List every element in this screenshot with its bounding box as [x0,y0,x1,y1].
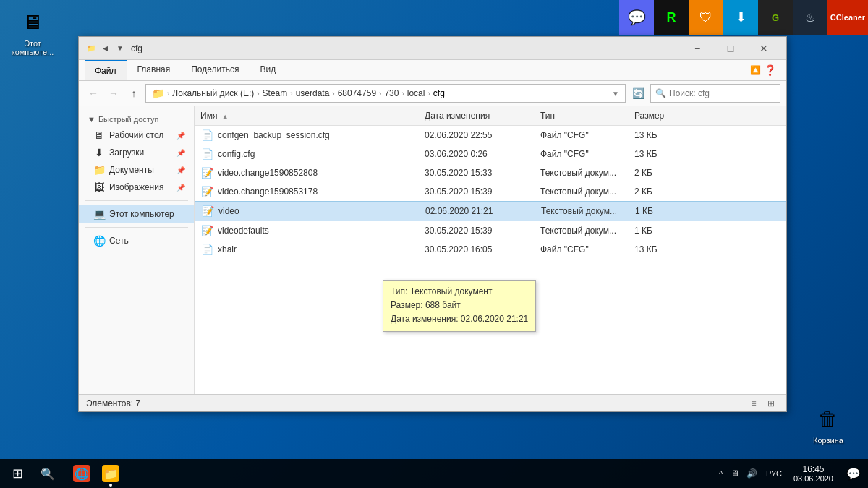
file-type-0: Файл "CFG" [535,129,629,142]
taskbar-search-button[interactable]: 🔍 [35,459,61,488]
sidebar-item-this-pc[interactable]: 💻 Этот компьютер [79,205,194,223]
details-view-button[interactable]: ≡ [746,397,762,410]
sidebar-item-pictures[interactable]: 🖼 Изображения 📌 [79,179,194,196]
sidebar-item-network[interactable]: 🌐 Сеть [79,232,194,249]
this-pc-section: 💻 Этот компьютер [79,205,194,223]
desktop-icon-computer[interactable]: 🖥 Этот компьюте... [7,7,58,56]
address-path[interactable]: 📁 › Локальный диск (E:) › Steam › userda… [145,84,626,103]
back-button[interactable]: ← [85,85,102,102]
file-row-1[interactable]: 📄 config.cfg 03.06.2020 0:26 Файл "CFG" … [195,145,786,163]
recycle-bin-icon[interactable]: 🗑 Корзина [803,404,854,445]
taskbar-explorer[interactable]: 📁 [96,459,125,488]
file-name-1: 📄 config.cfg [195,147,419,161]
sidebar-item-documents[interactable]: 📁 Документы 📌 [79,161,194,179]
file-type-2: Текстовый докум... [535,166,629,179]
file-date-0: 02.06.2020 22:55 [419,129,535,142]
clock-time: 16:45 [802,464,824,474]
items-count: Элементов: 7 [86,398,140,408]
start-button[interactable]: ⊞ [0,459,35,488]
path-item-5[interactable]: local [407,88,425,98]
taskbar-chrome[interactable]: 🌐 [67,459,96,488]
path-item-4[interactable]: 730 [384,88,399,98]
path-item-1[interactable]: Steam [263,88,288,98]
file-icon-6: 📄 [200,244,213,255]
file-row-6[interactable]: 📄 xhair 30.05.2020 16:05 Файл "CFG" 13 К… [195,240,786,259]
close-button[interactable]: ✕ [747,37,780,60]
quick-access-header: ▼ Быстрый доступ [79,112,194,127]
maximize-button[interactable]: □ [714,37,747,60]
quick-access-arrow: ▼ [88,115,95,124]
file-date-2: 30.05.2020 15:33 [419,166,535,179]
search-box[interactable]: 🔍 [650,84,780,103]
path-item-3[interactable]: 68074759 [338,88,376,98]
sidebar-item-downloads[interactable]: ⬇ Загрузки 📌 [79,144,194,161]
col-date[interactable]: Дата изменения [419,109,535,122]
file-size-5: 1 КБ [629,224,686,237]
title-bar-icons: 📁 ◀ ▼ [85,42,127,55]
title-bar: 📁 ◀ ▼ cfg − □ ✕ [79,37,786,60]
path-item-6[interactable]: cfg [433,88,445,98]
path-dropdown-icon[interactable]: ▼ [612,90,619,98]
file-name-0: 📄 confgen_backup_session.cfg [195,128,419,142]
file-type-4: Текстовый докум... [535,205,629,218]
iobit-icon[interactable]: ⬇ [723,0,758,35]
file-row-2[interactable]: 📝 video.change1590852808 30.05.2020 15:3… [195,163,786,182]
downloads-label: Загрузки [109,147,144,158]
steam-icon[interactable]: ♨ [793,0,827,35]
forward-button[interactable]: → [105,85,122,102]
col-size[interactable]: Размер [629,109,686,122]
file-size-1: 13 КБ [629,147,686,160]
path-item-2[interactable]: userdata [296,88,330,98]
discord-icon[interactable]: 💬 [619,0,654,35]
file-icon-3: 📝 [200,186,213,197]
file-icon-4: 📝 [201,205,214,217]
file-name-3: 📝 video.change1590853178 [195,184,419,199]
col-name[interactable]: Имя ▲ [195,109,419,122]
tab-view[interactable]: Вид [250,60,286,80]
gtx-icon[interactable]: G [758,0,793,35]
this-pc-label: Этот компьютер [109,209,174,219]
taskbar-separator [64,465,64,482]
tab-file[interactable]: Файл [85,60,127,80]
folder-title-icon: 📁 [85,42,98,55]
desktop: 💬 R 🛡 ⬇ G ♨ CCleaner 🖥 Этот компьюте... … [0,0,868,488]
file-row-5[interactable]: 📝 videodefaults 30.05.2020 15:39 Текстов… [195,221,786,240]
path-item-0[interactable]: Локальный диск (E:) [172,88,254,98]
sidebar-item-desktop[interactable]: 🖥 Рабочий стол 📌 [79,127,194,144]
tab-home[interactable]: Главная [127,60,182,80]
file-tooltip: Тип: Текстовый документ Размер: 688 байт… [383,280,536,332]
ccleaner-icon[interactable]: CCleaner [827,0,868,35]
overwolf-icon[interactable]: 🛡 [689,0,723,35]
file-date-3: 30.05.2020 15:39 [419,185,535,198]
refresh-button[interactable]: 🔄 [629,84,647,103]
file-icon-2: 📝 [200,167,213,179]
col-type[interactable]: Тип [535,109,629,122]
ribbon-collapse-icon[interactable]: 🔼 [750,65,761,75]
file-name-2: 📝 video.change1590852808 [195,166,419,180]
pictures-label: Изображения [109,182,163,192]
notification-button[interactable]: 💬 [842,459,865,488]
pin-icon-downloads: 📌 [176,149,185,157]
file-row-0[interactable]: 📄 confgen_backup_session.cfg 02.06.2020 … [195,126,786,145]
file-row-3[interactable]: 📝 video.change1590853178 30.05.2020 15:3… [195,182,786,201]
help-icon[interactable]: ❓ [764,64,776,76]
file-size-4: 1 КБ [629,205,687,218]
pin-icon-documents: 📌 [176,166,185,174]
file-row-4[interactable]: 📝 video 02.06.2020 21:21 Текстовый докум… [195,201,786,221]
tiles-view-button[interactable]: ⊞ [763,397,779,410]
up-button[interactable]: ↑ [125,85,142,102]
tray-network-icon[interactable]: 🖥 [727,459,743,488]
language-button[interactable]: РУС [763,469,785,478]
clock-date: 03.06.2020 [793,474,833,483]
tab-share[interactable]: Поделиться [181,60,250,80]
tray-show-button[interactable]: ^ [718,470,724,478]
file-size-6: 13 КБ [629,243,686,256]
recycle-bin-label: Корзина [813,436,843,445]
search-input[interactable] [669,88,775,98]
window-controls: − □ ✕ [681,37,780,60]
file-date-4: 02.06.2020 21:21 [420,205,535,218]
tray-volume-icon[interactable]: 🔊 [744,459,760,488]
razer-icon[interactable]: R [654,0,689,35]
minimize-button[interactable]: − [681,37,714,60]
clock[interactable]: 16:45 03.06.2020 [788,459,839,488]
